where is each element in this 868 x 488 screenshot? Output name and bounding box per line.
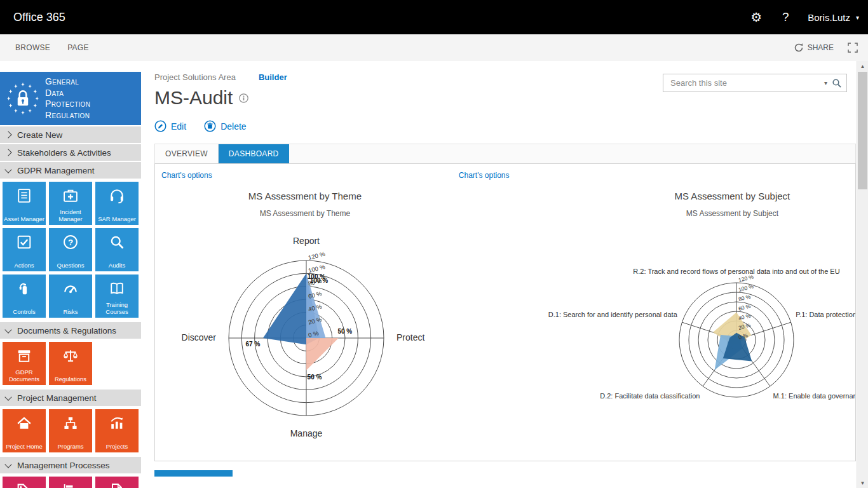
- chevron-down-icon: [4, 393, 11, 400]
- tile-questions[interactable]: ?Questions: [49, 228, 92, 271]
- logo-line: Protection: [45, 98, 90, 110]
- delete-trash-icon: [204, 120, 216, 132]
- radar-axis-label: D.2: Facilitate data classification: [600, 392, 700, 400]
- user-menu[interactable]: Boris.Lutz ▾: [808, 12, 859, 23]
- info-icon[interactable]: [239, 93, 248, 103]
- extinguisher-icon: [15, 280, 33, 297]
- logo-line: General: [45, 76, 90, 88]
- tile-actions[interactable]: Actions: [3, 228, 46, 271]
- radar-axis-label: Discover: [181, 332, 216, 342]
- focus-mode-button[interactable]: [848, 43, 858, 53]
- chart-panel-theme: Chart's options MS Assessment by Theme M…: [155, 164, 455, 461]
- sidebar-nav: Create NewStakeholders & ActivitiesGDPR …: [0, 126, 141, 488]
- chevron-right-icon: [4, 149, 11, 156]
- question-icon: ?: [62, 233, 79, 251]
- sidebar-section-stakeholders-activities[interactable]: Stakeholders & Activities: [0, 144, 141, 161]
- radar-point-label: 50 %: [337, 328, 352, 335]
- tile-label: Incident Manager: [49, 209, 92, 223]
- tile-grid: Asset ManagerIncident ManagerSAR Manager…: [0, 179, 141, 321]
- headset-icon: [108, 187, 126, 205]
- delete-button[interactable]: Delete: [204, 120, 246, 132]
- page-title-text: MS-Audit: [154, 87, 233, 109]
- office365-brand[interactable]: Office 365: [13, 11, 65, 24]
- ribbon-tab-browse[interactable]: BROWSE: [15, 43, 50, 52]
- page-actions: Edit Delete: [154, 120, 856, 132]
- next-webpart-tab-stub[interactable]: [154, 470, 233, 477]
- radar-tick-label: 120 %: [308, 250, 326, 261]
- tile-gdpr-documents[interactable]: GDPR Documents: [3, 342, 46, 385]
- radar-axis-label: P.1: Data protection ar: [796, 311, 855, 318]
- tile-label: Questions: [49, 262, 92, 269]
- search-box: ▾: [663, 74, 847, 92]
- tile-audits[interactable]: Audits: [95, 228, 139, 271]
- sidebar-section-label: Stakeholders & Activities: [17, 148, 111, 158]
- share-label: SHARE: [808, 43, 834, 52]
- logo-line: Data: [45, 88, 90, 99]
- scales-icon: [62, 347, 79, 365]
- chevron-right-icon: [4, 131, 11, 138]
- tile-project-home[interactable]: Project Home: [3, 409, 46, 452]
- edit-icon: [154, 120, 166, 132]
- breadcrumb-area[interactable]: Project Solutions Area: [154, 72, 236, 82]
- tab-dashboard[interactable]: DASHBOARD: [219, 144, 289, 163]
- tile-projects[interactable]: Projects: [95, 409, 139, 452]
- sidebar-section-label: Documents & Regulations: [17, 326, 116, 336]
- tab-overview[interactable]: OVERVIEW: [155, 144, 219, 163]
- vertical-scrollbar[interactable]: ▲ ▼: [857, 61, 868, 488]
- chart-options-link-subject[interactable]: Chart's options: [459, 171, 510, 180]
- gauge-icon: [62, 280, 79, 297]
- help-icon[interactable]: ?: [771, 10, 800, 24]
- search-scope-chevron-down-icon[interactable]: ▾: [824, 79, 827, 86]
- chart-subtitle-subject: MS Assessment by Subject: [459, 209, 854, 218]
- home-icon: [15, 414, 33, 432]
- sidebar: General Data Protection Regulation Creat…: [0, 61, 141, 488]
- tile-programs[interactable]: Programs: [49, 409, 92, 452]
- scrollbar-thumb[interactable]: [858, 72, 867, 189]
- edit-button[interactable]: Edit: [154, 120, 186, 132]
- radar-axis-label: Protect: [397, 332, 424, 342]
- tile-label: Training Courses: [95, 302, 139, 316]
- share-button[interactable]: SHARE: [794, 43, 834, 53]
- scroll-down-arrow[interactable]: ▼: [857, 478, 868, 488]
- chevron-down-icon: [4, 326, 11, 333]
- gdpr-logo-text: General Data Protection Regulation: [45, 76, 90, 121]
- breadcrumb-current[interactable]: Builder: [259, 72, 287, 82]
- scroll-up-arrow[interactable]: ▲: [857, 61, 868, 71]
- ribbon-tab-page[interactable]: PAGE: [67, 43, 89, 52]
- sidebar-section-create-new[interactable]: Create New: [0, 126, 141, 143]
- tile-label: Controls: [3, 309, 46, 316]
- tile-label: Asset Manager: [3, 216, 46, 223]
- sidebar-section-documents-regulations[interactable]: Documents & Regulations: [0, 322, 141, 339]
- tile-gantt[interactable]: [49, 477, 92, 488]
- tile-regulations[interactable]: Regulations: [49, 342, 92, 385]
- tile-doc[interactable]: [95, 477, 139, 488]
- tile-sar-manager[interactable]: SAR Manager: [95, 182, 139, 225]
- sidebar-section-project-management[interactable]: Project Management: [0, 390, 141, 406]
- sidebar-section-gdpr-management[interactable]: GDPR Management: [0, 162, 141, 179]
- chart-options-link-theme[interactable]: Chart's options: [161, 171, 212, 180]
- sidebar-section-label: Management Processes: [17, 461, 110, 470]
- radar-tick-label: 40 %: [738, 312, 752, 321]
- sidebar-section-management-processes[interactable]: Management Processes: [0, 457, 141, 473]
- search-input[interactable]: [669, 78, 820, 88]
- tile-asset-manager[interactable]: Asset Manager: [3, 182, 46, 225]
- tile-tags[interactable]: [3, 477, 46, 488]
- search-icon[interactable]: [832, 78, 842, 88]
- share-icon: [794, 43, 804, 53]
- tile-incident-manager[interactable]: Incident Manager: [49, 182, 92, 225]
- tags-icon: [15, 482, 33, 488]
- radar-chart-theme: 0 %20 %40 %60 %80 %100 %120 %100 %100 %5…: [165, 220, 445, 442]
- gdpr-logo[interactable]: General Data Protection Regulation: [0, 72, 141, 125]
- settings-gear-icon[interactable]: ⚙: [742, 10, 771, 25]
- incident-icon: [62, 187, 79, 205]
- radar-tick-label: 100 %: [308, 263, 326, 274]
- radar-tick-label: 100 %: [738, 283, 754, 293]
- edit-label: Edit: [171, 121, 186, 132]
- gantt-icon: [62, 482, 79, 488]
- doc-icon: [108, 482, 126, 488]
- dashboard-panel: Chart's options MS Assessment by Theme M…: [154, 163, 856, 461]
- tile-risks[interactable]: Risks: [49, 274, 92, 318]
- chart-subtitle-theme: MS Assessment by Theme: [161, 209, 449, 218]
- tile-controls[interactable]: Controls: [3, 274, 46, 318]
- tile-training-courses[interactable]: Training Courses: [95, 274, 139, 318]
